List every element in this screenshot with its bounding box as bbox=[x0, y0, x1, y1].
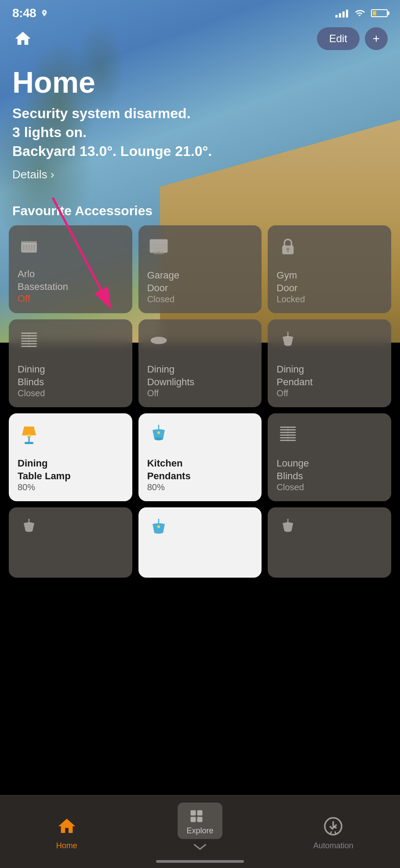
tile-gym-door[interactable]: Gym Door Locked bbox=[268, 225, 391, 313]
wifi-icon bbox=[353, 8, 366, 18]
tile-arlo-basestation[interactable]: Arlo Basestation Off bbox=[9, 225, 132, 313]
tile-gym-door-name: Gym Door bbox=[276, 269, 382, 294]
svg-point-45 bbox=[157, 525, 160, 528]
tile-lounge-blinds-name: Lounge Blinds bbox=[276, 457, 382, 482]
top-navigation: Edit + bbox=[0, 24, 400, 57]
lock-icon bbox=[276, 235, 382, 260]
summary-line2: 3 lights on. bbox=[12, 123, 388, 142]
signal-strength bbox=[335, 9, 348, 18]
peek-tile-3[interactable] bbox=[268, 507, 391, 578]
edit-button[interactable]: Edit bbox=[317, 27, 360, 50]
tab-explore-icon bbox=[186, 806, 207, 826]
svg-rect-50 bbox=[197, 817, 203, 822]
tab-explore[interactable]: Explore bbox=[133, 803, 266, 850]
tile-dining-table-lamp-status: 80% bbox=[18, 482, 124, 492]
pendant-icon bbox=[276, 329, 382, 354]
home-icon-button[interactable] bbox=[12, 28, 33, 49]
downlight-icon bbox=[147, 329, 253, 354]
tile-garage-door[interactable]: Garage Door Closed bbox=[138, 225, 262, 313]
tile-dining-pendant-name: Dining Pendant bbox=[276, 363, 382, 388]
peek-row bbox=[0, 507, 400, 709]
kitchen-pendant-icon bbox=[147, 423, 253, 448]
tile-kitchen-pendants-name: Kitchen Pendants bbox=[147, 457, 253, 482]
garage-icon bbox=[147, 235, 253, 260]
svg-rect-47 bbox=[191, 810, 196, 816]
tile-arlo-basestation-status: Off bbox=[18, 293, 124, 304]
tab-explore-label: Explore bbox=[186, 826, 213, 835]
svg-point-28 bbox=[284, 344, 291, 346]
peek-pendant-icon bbox=[147, 517, 253, 542]
tile-dining-downlights-status: Off bbox=[147, 388, 253, 398]
tile-dining-pendant[interactable]: Dining Pendant Off bbox=[268, 319, 391, 407]
location-icon bbox=[40, 8, 48, 18]
section-title: Favourite Accessories bbox=[0, 195, 400, 225]
tile-arlo-basestation-name: Arlo Basestation bbox=[18, 268, 124, 293]
home-indicator bbox=[156, 860, 244, 863]
details-link[interactable]: Details › bbox=[12, 168, 388, 181]
svg-rect-48 bbox=[197, 810, 203, 816]
svg-rect-10 bbox=[150, 239, 167, 242]
tile-kitchen-pendants-status: 80% bbox=[147, 482, 253, 492]
tab-bar: Home Explore bbox=[0, 795, 400, 868]
svg-point-35 bbox=[157, 431, 160, 434]
tile-dining-downlights[interactable]: Dining Downlights Off bbox=[138, 319, 262, 407]
tab-automation-label: Automation bbox=[313, 841, 353, 850]
chevron-down-icon bbox=[193, 843, 207, 850]
tab-home-icon bbox=[55, 814, 79, 839]
svg-rect-32 bbox=[25, 442, 33, 444]
tile-dining-blinds[interactable]: Dining Blinds Closed bbox=[9, 319, 132, 407]
svg-point-14 bbox=[158, 252, 160, 253]
tile-dining-pendant-status: Off bbox=[276, 388, 382, 398]
tile-dining-table-lamp-name: Dining Table Lamp bbox=[18, 457, 124, 482]
home-summary: Security system disarmed. 3 lights on. B… bbox=[12, 104, 388, 161]
summary-line1: Security system disarmed. bbox=[12, 104, 388, 123]
lounge-blinds-icon bbox=[276, 423, 382, 448]
tile-dining-downlights-name: Dining Downlights bbox=[147, 363, 253, 388]
tile-gym-door-status: Locked bbox=[276, 294, 382, 304]
svg-rect-3 bbox=[21, 241, 37, 244]
tile-lounge-blinds[interactable]: Lounge Blinds Closed bbox=[268, 413, 391, 501]
svg-point-34 bbox=[154, 438, 163, 441]
tile-lounge-blinds-status: Closed bbox=[276, 482, 382, 492]
add-button[interactable]: + bbox=[365, 27, 388, 50]
peek-tile-2[interactable] bbox=[138, 507, 262, 578]
status-right bbox=[335, 8, 388, 18]
tile-dining-table-lamp[interactable]: Dining Table Lamp 80% bbox=[9, 413, 132, 501]
peek-lamp-icon-3 bbox=[276, 517, 382, 542]
summary-line3: Backyard 13.0°. Lounge 21.0°. bbox=[12, 142, 388, 161]
tile-garage-door-name: Garage Door bbox=[147, 269, 253, 294]
status-time: 8:48 bbox=[12, 6, 36, 20]
peek-tile-1[interactable] bbox=[9, 507, 132, 578]
tile-garage-door-status: Closed bbox=[147, 294, 253, 304]
hero-content: Home Security system disarmed. 3 lights … bbox=[0, 57, 400, 195]
arlo-icon bbox=[18, 235, 124, 260]
table-lamp-icon bbox=[18, 423, 124, 448]
svg-rect-49 bbox=[191, 817, 196, 822]
tile-dining-blinds-status: Closed bbox=[18, 388, 124, 398]
status-bar: 8:48 bbox=[0, 0, 400, 24]
battery-icon bbox=[371, 9, 388, 17]
tile-kitchen-pendants[interactable]: Kitchen Pendants 80% bbox=[138, 413, 262, 501]
tab-automation-icon bbox=[321, 814, 345, 839]
tab-home-label: Home bbox=[56, 841, 77, 850]
blinds-icon bbox=[18, 329, 124, 354]
tab-home[interactable]: Home bbox=[0, 814, 133, 850]
svg-rect-29 bbox=[24, 427, 34, 428]
tab-automation[interactable]: Automation bbox=[267, 814, 400, 850]
page-title: Home bbox=[12, 66, 388, 99]
tile-dining-blinds-name: Dining Blinds bbox=[18, 363, 124, 388]
nav-right: Edit + bbox=[317, 27, 388, 50]
peek-lamp-icon-1 bbox=[18, 517, 124, 542]
tab-explore-pill: Explore bbox=[178, 803, 222, 839]
accessories-grid: Arlo Basestation Off Garag bbox=[0, 225, 400, 501]
